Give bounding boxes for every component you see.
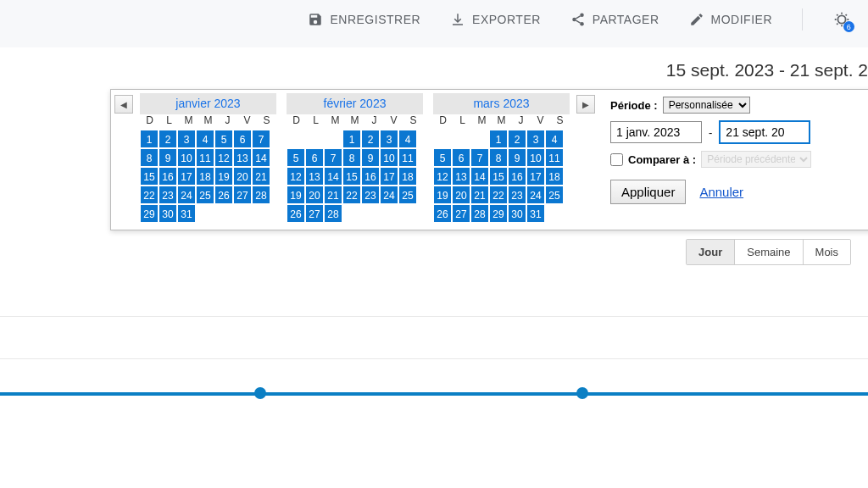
insights-button[interactable]: 6	[832, 10, 851, 29]
export-button[interactable]: EXPORTER	[450, 12, 541, 27]
calendar-day[interactable]: 15	[342, 167, 361, 186]
calendar-day[interactable]: 16	[508, 167, 526, 186]
calendar-day[interactable]: 26	[214, 186, 233, 204]
calendar-day[interactable]: 6	[452, 148, 470, 167]
calendar-day[interactable]: 26	[287, 204, 305, 223]
share-button[interactable]: PARTAGER	[570, 12, 659, 27]
calendar-day[interactable]: 9	[159, 148, 177, 167]
calendar-day[interactable]: 3	[380, 130, 398, 148]
calendar-day[interactable]: 21	[252, 167, 270, 186]
apply-button[interactable]: Appliquer	[610, 180, 686, 204]
save-button[interactable]: ENREGISTRER	[308, 12, 420, 27]
next-month-button[interactable]: ▶	[576, 95, 595, 114]
calendar-day[interactable]: 2	[508, 130, 526, 148]
chart-point[interactable]	[254, 387, 266, 399]
calendar-day[interactable]: 2	[361, 130, 380, 148]
calendar-day[interactable]: 3	[177, 130, 196, 148]
calendar-day[interactable]: 14	[252, 148, 270, 167]
calendar-day[interactable]: 13	[452, 167, 470, 186]
calendar-day[interactable]: 4	[545, 130, 564, 148]
calendar-day[interactable]: 20	[452, 186, 470, 204]
calendar-day[interactable]: 10	[177, 148, 196, 167]
granularity-month[interactable]: Mois	[804, 240, 850, 264]
calendar-day[interactable]: 7	[324, 148, 342, 167]
prev-month-button[interactable]: ◀	[114, 95, 133, 114]
calendar-day[interactable]: 11	[196, 148, 214, 167]
calendar-day[interactable]: 7	[252, 130, 270, 148]
calendar-day[interactable]: 29	[140, 204, 159, 223]
calendar-day[interactable]: 17	[526, 167, 545, 186]
calendar-day[interactable]: 12	[287, 167, 305, 186]
calendar-day[interactable]: 31	[526, 204, 545, 223]
calendar-day[interactable]: 22	[140, 186, 159, 204]
calendar-day[interactable]: 27	[452, 204, 470, 223]
calendar-day[interactable]: 17	[177, 167, 196, 186]
calendar-day[interactable]: 19	[433, 186, 452, 204]
start-date-input[interactable]	[610, 121, 702, 143]
granularity-week[interactable]: Semaine	[735, 240, 803, 264]
granularity-day[interactable]: Jour	[687, 240, 735, 264]
date-range-display[interactable]: 15 sept. 2023 - 21 sept. 2	[0, 60, 868, 80]
calendar-day[interactable]: 19	[287, 186, 305, 204]
calendar-day[interactable]: 16	[159, 167, 177, 186]
calendar-day[interactable]: 23	[361, 186, 380, 204]
calendar-day[interactable]: 28	[470, 204, 489, 223]
calendar-day[interactable]: 25	[545, 186, 564, 204]
calendar-day[interactable]: 28	[324, 204, 342, 223]
calendar-day[interactable]: 12	[433, 167, 452, 186]
calendar-day[interactable]: 23	[508, 186, 526, 204]
calendar-day[interactable]: 27	[233, 186, 252, 204]
calendar-day[interactable]: 18	[545, 167, 564, 186]
calendar-day[interactable]: 19	[214, 167, 233, 186]
calendar-day[interactable]: 22	[342, 186, 361, 204]
calendar-day[interactable]: 26	[433, 204, 452, 223]
calendar-day[interactable]: 25	[196, 186, 214, 204]
calendar-day[interactable]: 9	[508, 148, 526, 167]
calendar-day[interactable]: 18	[398, 167, 417, 186]
calendar-day[interactable]: 5	[433, 148, 452, 167]
cancel-button[interactable]: Annuler	[699, 185, 743, 199]
calendar-day[interactable]: 24	[380, 186, 398, 204]
calendar-day[interactable]: 10	[380, 148, 398, 167]
calendar-day[interactable]: 21	[324, 186, 342, 204]
compare-checkbox[interactable]	[610, 153, 623, 166]
calendar-day[interactable]: 18	[196, 167, 214, 186]
calendar-day[interactable]: 31	[177, 204, 196, 223]
calendar-day[interactable]: 1	[489, 130, 508, 148]
calendar-day[interactable]: 13	[233, 148, 252, 167]
calendar-day[interactable]: 2	[159, 130, 177, 148]
calendar-day[interactable]: 14	[324, 167, 342, 186]
period-select[interactable]: Personnalisée	[663, 97, 750, 114]
calendar-day[interactable]: 11	[398, 148, 417, 167]
calendar-day[interactable]: 1	[140, 130, 159, 148]
calendar-day[interactable]: 28	[252, 186, 270, 204]
calendar-day[interactable]: 7	[470, 148, 489, 167]
end-date-input[interactable]	[719, 120, 810, 144]
calendar-day[interactable]: 24	[177, 186, 196, 204]
calendar-day[interactable]: 24	[526, 186, 545, 204]
calendar-day[interactable]: 15	[489, 167, 508, 186]
calendar-day[interactable]: 5	[287, 148, 305, 167]
calendar-day[interactable]: 20	[305, 186, 324, 204]
calendar-day[interactable]: 15	[140, 167, 159, 186]
calendar-day[interactable]: 13	[305, 167, 324, 186]
calendar-day[interactable]: 30	[508, 204, 526, 223]
calendar-day[interactable]: 8	[342, 148, 361, 167]
calendar-day[interactable]: 8	[140, 148, 159, 167]
calendar-day[interactable]: 4	[196, 130, 214, 148]
chart-point[interactable]	[576, 387, 588, 399]
calendar-day[interactable]: 29	[489, 204, 508, 223]
calendar-day[interactable]: 17	[380, 167, 398, 186]
calendar-day[interactable]: 4	[398, 130, 417, 148]
calendar-day[interactable]: 8	[489, 148, 508, 167]
calendar-day[interactable]: 22	[489, 186, 508, 204]
calendar-day[interactable]: 21	[470, 186, 489, 204]
calendar-day[interactable]: 27	[305, 204, 324, 223]
edit-button[interactable]: MODIFIER	[689, 12, 772, 27]
calendar-day[interactable]: 16	[361, 167, 380, 186]
calendar-day[interactable]: 9	[361, 148, 380, 167]
calendar-day[interactable]: 20	[233, 167, 252, 186]
calendar-day[interactable]: 5	[214, 130, 233, 148]
calendar-day[interactable]: 10	[526, 148, 545, 167]
calendar-day[interactable]: 30	[159, 204, 177, 223]
